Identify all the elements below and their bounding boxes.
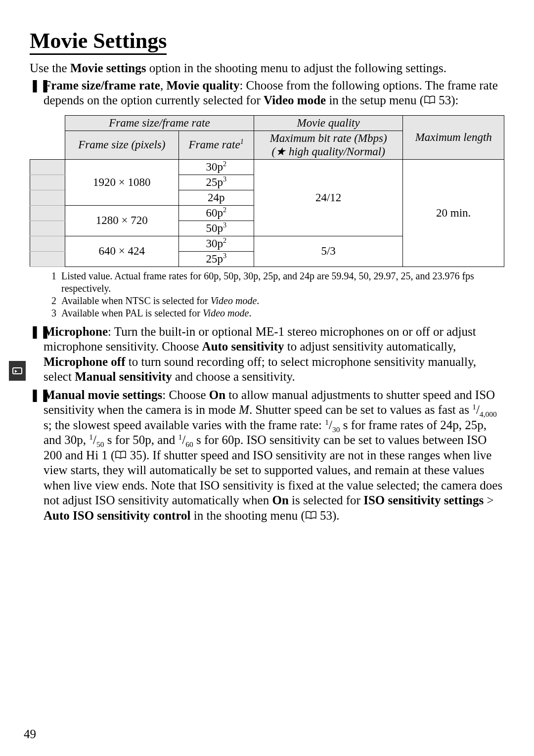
footnote-ref: 3: [223, 175, 226, 183]
bullet-content: Manual movie settings: Choose On to allo…: [44, 388, 504, 524]
svg-rect-3: [13, 368, 22, 374]
book-icon: [424, 93, 436, 108]
text: and choose a sensitivity.: [172, 370, 295, 383]
settings-table: Frame size/frame rate Movie quality Maxi…: [30, 115, 504, 267]
preset-icon-cell: [30, 159, 65, 175]
cell-rate: 25p3: [178, 251, 254, 267]
text: option in the shooting menu to adjust th…: [146, 61, 446, 75]
bullet-frame-size: ❚❚ Frame size/frame rate, Movie quality:…: [30, 78, 504, 108]
text: s for 50p, and: [104, 433, 178, 446]
bold-text: Frame size/frame rate: [44, 79, 160, 92]
footnote: 2Available when NTSC is selected for Vid…: [51, 295, 504, 307]
text: . Shutter speed can be set to values as …: [249, 403, 472, 416]
cell-rate: 25p3: [178, 175, 254, 190]
text: (★ high quality/Normal): [272, 145, 385, 158]
footnote-ref: 3: [223, 221, 226, 229]
text: 30p: [206, 237, 223, 250]
footnote-ref: 2: [223, 206, 226, 214]
footnote: 1Listed value. Actual frame rates for 60…: [51, 270, 504, 295]
bold-text: On: [209, 388, 225, 401]
page-ref: 53: [439, 93, 451, 107]
text: ).: [332, 509, 340, 522]
col-framerate: Frame rate1: [178, 131, 254, 159]
intro-paragraph: Use the Movie settings option in the sho…: [30, 61, 504, 76]
text: 30p: [206, 161, 223, 173]
bold-text: Microphone: [44, 325, 108, 338]
text: Use the: [30, 61, 70, 75]
footnote-number: 2: [51, 295, 61, 307]
preset-icon-cell: [30, 190, 65, 205]
cell-rate: 30p2: [178, 159, 254, 175]
fraction: 1/50: [89, 433, 104, 446]
text: 24p: [208, 191, 225, 204]
cell-rate: 30p2: [178, 236, 254, 251]
bullet-glyph: ❚❚: [30, 388, 44, 403]
section-tab-icon: [9, 361, 26, 381]
book-icon: [305, 508, 317, 524]
footnote-text: Available when NTSC is selected for Vide…: [61, 295, 259, 307]
bold-text: ISO sensitivity settings: [363, 493, 484, 507]
footnote-number: 3: [51, 307, 61, 319]
cell-quality: 5/3: [254, 236, 403, 267]
text: 25p: [206, 253, 223, 265]
col-bitrate: Maximum bit rate (Mbps) (★ high quality/…: [254, 131, 403, 159]
bullet-microphone: ❚❚ Microphone: Turn the built-in or opti…: [30, 324, 504, 385]
col-framesize: Frame size (pixels): [65, 131, 179, 159]
preset-icon-cell: [30, 221, 65, 236]
cell-maxlen: 20 min.: [403, 159, 504, 267]
bullet-content: Frame size/frame rate, Movie quality: Ch…: [44, 78, 504, 108]
bold-text: Microphone off: [44, 355, 126, 368]
table-header-row: Frame size/frame rate Movie quality Maxi…: [30, 115, 504, 131]
text: >: [484, 493, 493, 507]
bold-text: On: [272, 493, 288, 507]
text: 60p: [206, 207, 223, 219]
footnote-ref: 2: [223, 236, 226, 244]
col-quality: Movie quality: [254, 115, 403, 131]
text: Maximum bit rate (Mbps): [270, 132, 387, 144]
cell-size: 1280 × 720: [65, 205, 179, 236]
bullet-manual-movie: ❚❚ Manual movie settings: Choose On to a…: [30, 388, 504, 524]
text: ,: [160, 79, 167, 92]
text: 50p: [206, 222, 223, 234]
footnote-ref: 1: [240, 138, 244, 146]
bullet-content: Microphone: Turn the built-in or optiona…: [44, 324, 504, 385]
settings-table-wrap: Frame size/frame rate Movie quality Maxi…: [30, 115, 504, 267]
cell-size: 1920 × 1080: [65, 159, 179, 205]
footnote-ref: 2: [223, 160, 226, 168]
cell-quality: 24/12: [254, 159, 403, 236]
page-ref: 53: [320, 509, 332, 522]
page-number: 49: [24, 727, 36, 741]
text: to adjust sensitivity automatically,: [284, 340, 456, 353]
text: ):: [451, 93, 458, 107]
fraction: 1/60: [178, 433, 193, 446]
footnote-number: 1: [51, 270, 61, 295]
table-footnotes: 1Listed value. Actual frame rates for 60…: [51, 270, 504, 319]
cell-rate: 60p2: [178, 205, 254, 221]
bold-text: Manual movie settings: [44, 388, 162, 401]
cell-rate: 50p3: [178, 221, 254, 236]
bullet-glyph: ❚❚: [30, 324, 44, 340]
page-title: Movie Settings: [30, 30, 167, 55]
table-row: 1920 × 1080 30p2 24/12 20 min.: [30, 159, 504, 175]
text: Frame rate: [189, 138, 240, 151]
text: in the shooting menu (: [190, 509, 305, 522]
bold-text: Manual sensitivity: [75, 370, 172, 383]
preset-icon-cell: [30, 251, 65, 267]
mode-letter: M: [239, 403, 249, 416]
fraction: 1/30: [325, 418, 340, 432]
text: s; the slowest speed available varies wi…: [44, 418, 325, 432]
text: is selected for: [289, 493, 363, 507]
col-maxlen: Maximum length: [403, 115, 504, 159]
book-icon: [115, 448, 127, 463]
footnote-text: Available when PAL is selected for Video…: [61, 307, 251, 319]
bullet-glyph: ❚❚: [30, 78, 44, 93]
page-ref: 35: [130, 448, 142, 462]
col-framesize-rate: Frame size/frame rate: [65, 115, 254, 131]
manual-page: Movie Settings Use the Movie settings op…: [0, 0, 534, 756]
text: : Choose: [162, 388, 209, 401]
bold-text: Auto ISO sensitivity control: [44, 509, 190, 522]
text: 25p: [206, 176, 223, 188]
fraction: 1/4,000: [472, 403, 497, 416]
bold-text: Video mode: [264, 93, 326, 107]
cell-rate: 24p: [178, 190, 254, 205]
